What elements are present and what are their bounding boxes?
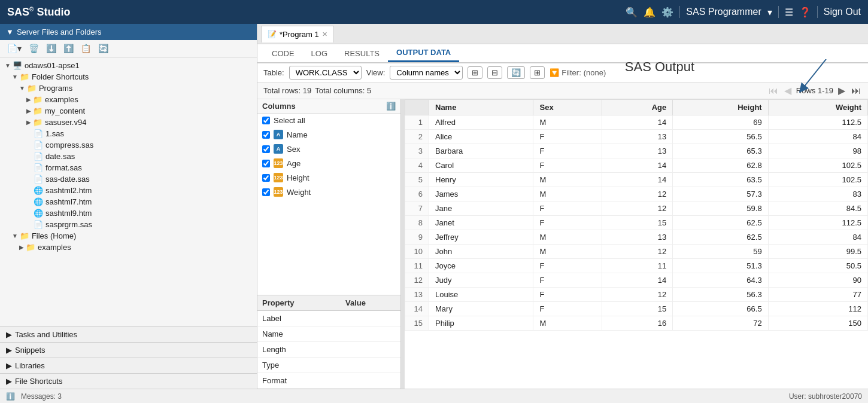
delete-button[interactable]: 🗑️ bbox=[26, 42, 41, 54]
height-checkbox[interactable] bbox=[262, 174, 270, 182]
refresh-button[interactable]: 🔄 bbox=[96, 42, 111, 54]
view-btn2[interactable]: ⊟ bbox=[487, 66, 502, 79]
col-header-name[interactable]: Name bbox=[429, 100, 533, 115]
sasuser-arrow[interactable]: ▶ bbox=[26, 119, 31, 126]
search-icon[interactable]: 🔍 bbox=[626, 7, 638, 18]
upload-button[interactable]: ⬆️ bbox=[61, 42, 76, 54]
examples-arrow[interactable]: ▶ bbox=[26, 96, 31, 103]
name-checkbox[interactable] bbox=[262, 131, 270, 139]
table-row[interactable]: 15 Philip M 16 72 150 bbox=[405, 316, 868, 331]
select-all-checkbox[interactable] bbox=[262, 117, 270, 124]
sidebar-item-date[interactable]: 📄 date.sas bbox=[0, 151, 257, 162]
tab-code[interactable]: CODE bbox=[263, 45, 303, 62]
table-row[interactable]: 4 Carol F 14 62.8 102.5 bbox=[405, 158, 868, 173]
table-row[interactable]: 10 John M 12 59 99.5 bbox=[405, 245, 868, 259]
programs-arrow[interactable]: ▼ bbox=[19, 85, 25, 91]
download-button[interactable]: ⬇️ bbox=[44, 42, 59, 54]
sidebar-item-programs[interactable]: ▼ 📁 Programs bbox=[0, 83, 257, 94]
tab-close-button[interactable]: ✕ bbox=[322, 30, 327, 38]
weight-checkbox[interactable] bbox=[262, 188, 270, 196]
tab-results[interactable]: RESULTS bbox=[336, 45, 388, 62]
sidebar-item-sas-date[interactable]: 📄 sas-date.sas bbox=[0, 173, 257, 185]
column-height[interactable]: 123 Height bbox=[257, 170, 400, 185]
table-row[interactable]: 2 Alice F 13 56.5 84 bbox=[405, 130, 868, 144]
my-content-arrow[interactable]: ▶ bbox=[26, 108, 31, 114]
first-page-btn[interactable]: ⏮ bbox=[767, 86, 779, 96]
sidebar-collapse-arrow[interactable]: ▼ bbox=[6, 28, 14, 36]
sidebar-item-sasuser[interactable]: ▶ 📁 sasuser.v94 bbox=[0, 117, 257, 128]
files-home-arrow[interactable]: ▼ bbox=[12, 233, 18, 239]
grid-btn[interactable]: ⊞ bbox=[530, 66, 545, 79]
sidebar-item-sashtml9[interactable]: 🌐 sashtml9.htm bbox=[0, 207, 257, 219]
sex-checkbox[interactable] bbox=[262, 145, 270, 153]
sidebar-item-sashtml2[interactable]: 🌐 sashtml2.htm bbox=[0, 185, 257, 196]
prev-page-btn[interactable]: ◀ bbox=[783, 85, 793, 96]
tab-log[interactable]: LOG bbox=[303, 45, 336, 62]
data-table-container[interactable]: Name Sex Age Height Weight 1 Alfred M 14… bbox=[405, 99, 868, 389]
globe-icon[interactable]: ⚙️ bbox=[661, 7, 673, 18]
file-shortcuts-arrow[interactable]: ▶ bbox=[6, 377, 12, 386]
sidebar-item-sasprgrm[interactable]: 📄 sasprgrm.sas bbox=[0, 219, 257, 230]
table-row[interactable]: 7 Jane F 12 59.8 84.5 bbox=[405, 202, 868, 216]
sidebar-item-format[interactable]: 📄 format.sas bbox=[0, 162, 257, 173]
new-button[interactable]: 📄▾ bbox=[5, 42, 24, 54]
sidebar-item-my-content[interactable]: ▶ 📁 my_content bbox=[0, 105, 257, 117]
tasks-utilities-header[interactable]: ▶ Tasks and Utilities bbox=[0, 327, 257, 342]
table-row[interactable]: 5 Henry M 14 63.5 102.5 bbox=[405, 173, 868, 187]
sidebar-item-1sas[interactable]: 📄 1.sas bbox=[0, 128, 257, 139]
tree-root[interactable]: ▼ 🖥️ odaws01-apse1 bbox=[0, 60, 257, 71]
table-row[interactable]: 13 Louise F 12 56.3 77 bbox=[405, 288, 868, 302]
column-sex[interactable]: A Sex bbox=[257, 142, 400, 156]
filter-icon[interactable]: 🔽 bbox=[550, 68, 559, 77]
column-select-all[interactable]: Select all bbox=[257, 114, 400, 127]
sidebar-item-files-home[interactable]: ▼ 📁 Files (Home) bbox=[0, 230, 257, 242]
sidebar-item-examples[interactable]: ▶ 📁 examples bbox=[0, 94, 257, 105]
refresh-data-btn[interactable]: 🔄 bbox=[507, 66, 525, 79]
table-row[interactable]: 9 Jeffrey M 13 62.5 84 bbox=[405, 230, 868, 245]
table-row[interactable]: 11 Joyce F 11 51.3 50.5 bbox=[405, 259, 868, 273]
properties-button[interactable]: 📋 bbox=[78, 42, 93, 54]
last-page-btn[interactable]: ⏭ bbox=[850, 86, 862, 96]
sidebar-item-folder-shortcuts[interactable]: ▼ 📁 Folder Shortcuts bbox=[0, 71, 257, 83]
sign-out-button[interactable]: Sign Out bbox=[824, 7, 861, 17]
columns-info-icon[interactable]: ℹ️ bbox=[386, 102, 396, 111]
table-row[interactable]: 1 Alfred M 14 69 112.5 bbox=[405, 115, 868, 130]
table-row[interactable]: 3 Barbara F 13 65.3 98 bbox=[405, 144, 868, 158]
libraries-arrow[interactable]: ▶ bbox=[6, 361, 12, 370]
sidebar-item-sashtml7[interactable]: 🌐 sashtml7.htm bbox=[0, 196, 257, 207]
col-header-height[interactable]: Height bbox=[673, 100, 768, 115]
col-header-age[interactable]: Age bbox=[602, 100, 673, 115]
tab-output-data[interactable]: OUTPUT DATA bbox=[388, 44, 459, 62]
navbar-user-arrow[interactable]: ▾ bbox=[767, 7, 772, 18]
folder-shortcuts-arrow[interactable]: ▼ bbox=[12, 74, 18, 80]
view-select[interactable]: Column names bbox=[390, 66, 463, 80]
table-select[interactable]: WORK.CLASS bbox=[289, 66, 362, 80]
snippets-arrow[interactable]: ▶ bbox=[6, 346, 12, 355]
next-page-btn[interactable]: ▶ bbox=[837, 85, 846, 96]
menu-icon[interactable]: ☰ bbox=[785, 7, 793, 18]
libraries-header[interactable]: ▶ Libraries bbox=[0, 358, 257, 373]
root-arrow[interactable]: ▼ bbox=[5, 62, 11, 69]
table-row[interactable]: 8 Janet F 15 62.5 112.5 bbox=[405, 216, 868, 230]
sidebar-item-compress[interactable]: 📄 compress.sas bbox=[0, 139, 257, 151]
view-btn1[interactable]: ⊞ bbox=[468, 66, 482, 79]
sidebar-header[interactable]: ▼ Server Files and Folders bbox=[0, 24, 257, 40]
program1-tab[interactable]: 📝 *Program 1 ✕ bbox=[261, 26, 334, 42]
bell-icon[interactable]: 🔔 bbox=[644, 7, 655, 18]
sidebar-item-examples-home[interactable]: ▶ 📁 examples bbox=[0, 242, 257, 253]
col-header-weight[interactable]: Weight bbox=[768, 100, 867, 115]
help-icon[interactable]: ❓ bbox=[799, 7, 811, 18]
table-row[interactable]: 12 Judy F 14 64.3 90 bbox=[405, 273, 868, 288]
snippets-header[interactable]: ▶ Snippets bbox=[0, 343, 257, 358]
filter-value: (none) bbox=[584, 68, 606, 77]
table-row[interactable]: 6 James M 12 57.3 83 bbox=[405, 187, 868, 202]
examples-home-arrow[interactable]: ▶ bbox=[19, 244, 24, 251]
col-header-sex[interactable]: Sex bbox=[533, 100, 602, 115]
column-age[interactable]: 123 Age bbox=[257, 156, 400, 170]
column-name[interactable]: A Name bbox=[257, 127, 400, 142]
file-shortcuts-header[interactable]: ▶ File Shortcuts bbox=[0, 374, 257, 389]
age-checkbox[interactable] bbox=[262, 160, 270, 167]
tasks-utilities-arrow[interactable]: ▶ bbox=[6, 330, 12, 339]
column-weight[interactable]: 123 Weight bbox=[257, 185, 400, 199]
table-row[interactable]: 14 Mary F 15 66.5 112 bbox=[405, 302, 868, 316]
